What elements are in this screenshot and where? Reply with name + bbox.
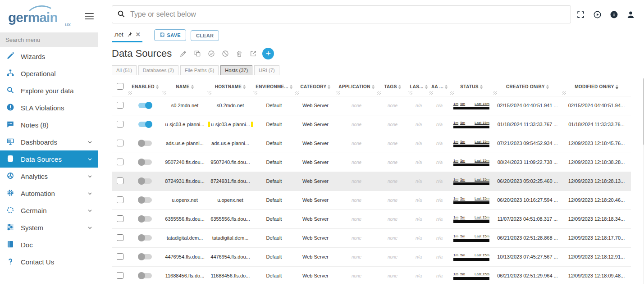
column-resize-handle[interactable] — [493, 91, 497, 95]
copy-icon[interactable] — [194, 50, 201, 57]
status-range-1m[interactable]: 1m — [453, 121, 458, 125]
row-checkbox[interactable] — [117, 159, 123, 165]
enabled-toggle[interactable] — [138, 197, 152, 203]
status-range-last15m[interactable]: Last 15m — [475, 177, 489, 182]
column-resize-handle[interactable] — [336, 91, 340, 95]
close-icon[interactable]: ✕ — [136, 32, 141, 37]
status-range-5m[interactable]: 5m — [460, 272, 465, 276]
enabled-toggle[interactable] — [138, 141, 152, 146]
sidebar-item-contact-us[interactable]: Contact Us — [0, 253, 98, 270]
filter-chip[interactable]: .net ✕ — [112, 30, 142, 42]
column-header-status[interactable]: STATUS — [450, 78, 493, 96]
status-range-1m[interactable]: 1m — [453, 177, 458, 182]
column-header-modified-on-by[interactable]: MODIFIED ON/BY — [562, 78, 631, 96]
row-checkbox[interactable] — [117, 215, 123, 222]
status-range-5m[interactable]: 5m — [460, 253, 465, 257]
sidebar-item-sla-violations[interactable]: SLA Violations — [0, 99, 98, 116]
column-header-created-on-by[interactable]: CREATED ON/BY — [493, 78, 562, 96]
column-header-category[interactable]: CATEGORY — [295, 78, 336, 96]
fullscreen-icon[interactable] — [576, 10, 585, 19]
sidebar-item-dashboards[interactable]: Dashboards — [0, 133, 98, 150]
status-range-last15m[interactable]: Last 15m — [475, 159, 489, 163]
column-resize-handle[interactable] — [450, 91, 454, 95]
sidebar-item-operational[interactable]: Operational — [0, 65, 98, 82]
sidebar-item-wizards[interactable]: Wizards — [0, 48, 98, 65]
status-range-last15m[interactable]: Last 15m — [475, 253, 489, 257]
user-icon[interactable] — [626, 10, 635, 19]
tab-file-paths-5[interactable]: File Paths (5) — [180, 65, 219, 75]
row-checkbox[interactable] — [117, 253, 123, 260]
table-row[interactable]: ads.us.e-planni...ads.us.e-planni...Defa… — [112, 134, 631, 153]
add-data-source-button[interactable]: + — [262, 48, 274, 59]
status-range-5m[interactable]: 5m — [460, 140, 465, 144]
table-row[interactable]: 9507240.fls.dou...9507240.fls.dou...Defa… — [112, 153, 631, 172]
trash-icon[interactable] — [236, 50, 243, 57]
column-header-hostname[interactable]: HOSTNAME — [207, 78, 253, 96]
table-row[interactable]: u-sjc03.e-planni...u-sjc03.e-planni...De… — [112, 115, 631, 134]
row-checkbox[interactable] — [117, 234, 123, 241]
tab-all-51[interactable]: All (51) — [112, 65, 137, 75]
status-range-5m[interactable]: 5m — [460, 234, 465, 238]
status-range-last15m[interactable]: Last 15m — [475, 272, 489, 276]
table-row[interactable]: 8724931.fls.dou...8724931.fls.dou...Defa… — [112, 172, 631, 191]
status-range-1m[interactable]: 1m — [453, 253, 458, 257]
column-resize-handle[interactable] — [562, 91, 566, 95]
enabled-toggle[interactable] — [138, 159, 152, 165]
row-checkbox[interactable] — [117, 102, 123, 109]
tab-hosts-37[interactable]: Hosts (37) — [220, 65, 252, 75]
status-range-5m[interactable]: 5m — [460, 196, 465, 200]
sidebar-item-doc[interactable]: Doc — [0, 236, 98, 253]
tab-uri-7[interactable]: URI (7) — [254, 65, 279, 75]
column-resize-handle[interactable] — [429, 91, 433, 95]
column-resize-handle[interactable] — [162, 91, 166, 95]
status-range-5m[interactable]: 5m — [460, 215, 465, 219]
enabled-toggle[interactable] — [138, 216, 152, 222]
tab-databases-2[interactable]: Databases (2) — [138, 65, 178, 75]
status-range-5m[interactable]: 5m — [460, 159, 465, 163]
open-external-icon[interactable] — [250, 50, 257, 57]
status-range-last15m[interactable]: Last 15m — [475, 196, 489, 200]
enabled-toggle[interactable] — [138, 178, 152, 184]
sidebar-item-system[interactable]: System — [0, 219, 98, 236]
status-range-1m[interactable]: 1m — [453, 159, 458, 163]
column-header-enabled[interactable]: ENABLED — [128, 78, 162, 96]
select-all-checkbox[interactable] — [117, 83, 123, 90]
enabled-toggle[interactable] — [138, 273, 152, 278]
column-header-tags[interactable]: TAGS — [377, 78, 408, 96]
table-row[interactable]: tatadigital.dem...tatadigital.dem...Defa… — [112, 228, 631, 247]
status-range-1m[interactable]: 1m — [453, 234, 458, 238]
sidebar-item-analytics[interactable]: Analytics — [0, 168, 98, 185]
enabled-toggle[interactable] — [138, 103, 152, 108]
enabled-toggle[interactable] — [138, 254, 152, 259]
column-header-las[interactable]: LAS... — [408, 78, 429, 96]
column-header-name[interactable]: NAME — [162, 78, 207, 96]
sidebar-item-data-sources[interactable]: Data Sources — [0, 150, 98, 168]
row-checkbox[interactable] — [117, 121, 123, 127]
column-resize-handle[interactable] — [128, 91, 132, 95]
pin-icon[interactable] — [127, 32, 132, 37]
enabled-toggle[interactable] — [138, 122, 152, 127]
info-circle-icon[interactable] — [610, 10, 618, 19]
ban-icon[interactable] — [222, 50, 229, 57]
sidebar-item-notes-8[interactable]: Notes (8) — [0, 116, 98, 133]
row-checkbox[interactable] — [117, 196, 123, 203]
table-row[interactable]: 11688456.fls.do...11688456.fls.do...Defa… — [112, 266, 631, 285]
edit-icon[interactable] — [180, 50, 187, 57]
status-range-last15m[interactable]: Last 15m — [475, 140, 489, 144]
check-circle-icon[interactable] — [208, 50, 215, 57]
sidebar-item-explore-your-data[interactable]: Explore your data — [0, 82, 98, 99]
status-range-1m[interactable]: 1m — [453, 215, 458, 219]
enabled-toggle[interactable] — [138, 235, 152, 241]
sidebar-item-germain[interactable]: Germain — [0, 202, 98, 219]
status-range-5m[interactable]: 5m — [460, 102, 465, 106]
status-range-5m[interactable]: 5m — [460, 177, 465, 182]
play-circle-icon[interactable] — [593, 10, 602, 19]
hamburger-menu-icon[interactable] — [85, 9, 94, 23]
status-range-1m[interactable]: 1m — [453, 196, 458, 200]
status-range-last15m[interactable]: Last 15m — [475, 102, 489, 106]
table-row[interactable]: s0.2mdn.nets0.2mdn.netDefaultWeb Servern… — [112, 96, 631, 115]
column-resize-handle[interactable] — [377, 91, 381, 95]
column-header-environme[interactable]: ENVIRONME... — [253, 78, 295, 96]
status-range-last15m[interactable]: Last 15m — [475, 215, 489, 219]
status-range-last15m[interactable]: Last 15m — [475, 121, 489, 125]
